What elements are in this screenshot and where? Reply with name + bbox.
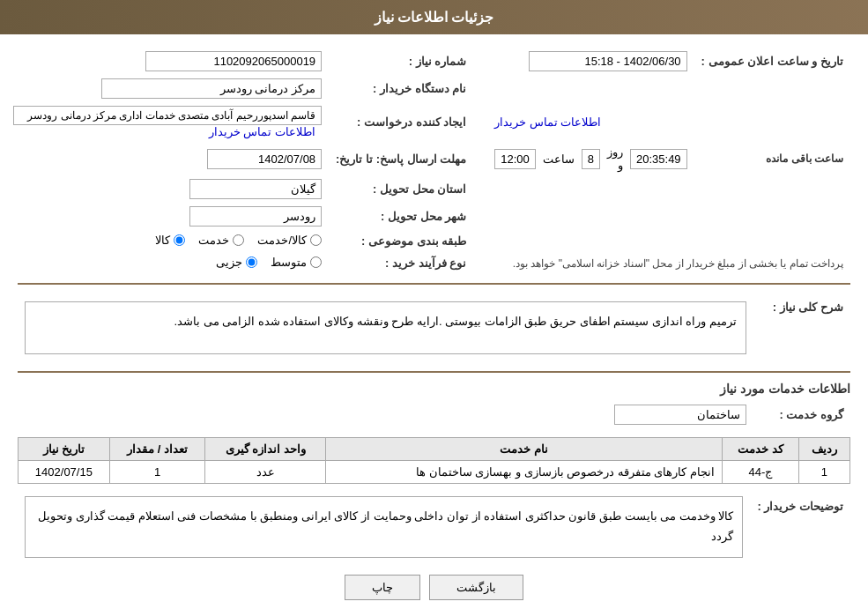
row-send-deadline: ساعت باقی مانده 20:35:49 روز و 8 ساعت 12… xyxy=(6,142,850,175)
service-group-table: گروه خدمت : ساختمان xyxy=(18,401,850,428)
days-label: روز و xyxy=(607,145,623,172)
announce-date-value: 1402/06/30 - 15:18 xyxy=(487,48,694,75)
send-deadline-label: مهلت ارسال پاسخ: تا تاریخ: xyxy=(329,142,473,175)
purchase-type-label: نوع فرآیند خرید : xyxy=(329,252,473,274)
page-title: جزئیات اطلاعات نیاز xyxy=(375,10,494,25)
category-value: کالا/خدمت خدمت کالا xyxy=(6,230,329,252)
purchase-type-value: متوسط جزیی xyxy=(6,252,329,274)
description-label: شرح کلی نیاز : xyxy=(753,293,850,362)
need-number-value: 1102092065000019 xyxy=(6,48,329,75)
category-option-3: کالا xyxy=(155,234,185,247)
send-date-value: 1402/07/08 xyxy=(6,142,329,175)
services-table: ردیف کد خدمت نام خدمت واحد اندازه گیری ت… xyxy=(18,437,850,484)
send-date-input: 1402/07/08 xyxy=(207,149,322,169)
col-name: نام خدمت xyxy=(326,438,723,461)
buyer-notes-value: کالا وخدمت می بایست طبق قانون حداکثری اس… xyxy=(18,493,750,561)
description-table: شرح کلی نیاز : ترمیم وراه اندازی سیستم ا… xyxy=(18,293,850,362)
city-input: رودسر xyxy=(189,206,322,227)
category-label: طبقه بندی موضوعی : xyxy=(329,230,473,252)
row-buyer-org: نام دستگاه خریدار : مرکز درمانی رودسر xyxy=(6,75,850,102)
announce-date-label: تاریخ و ساعت اعلان عمومی : xyxy=(694,48,850,75)
creator-label: ایجاد کننده درخواست : xyxy=(329,102,473,142)
back-button[interactable]: بازگشت xyxy=(429,575,523,600)
row-creator: اطلاعات تماس خریدار ایجاد کننده درخواست … xyxy=(6,102,850,142)
row-province: استان محل تحویل : گیلان xyxy=(6,175,850,203)
row-notes: توضیحات خریدار : کالا وخدمت می بایست طبق… xyxy=(18,493,850,561)
announce-date-input: 1402/06/30 - 15:18 xyxy=(529,51,687,71)
col-quantity: تعداد / مقدار xyxy=(109,438,205,461)
category-radio-kala-khedmat[interactable] xyxy=(174,234,185,246)
category-option-2: خدمت xyxy=(198,234,244,247)
row-category: طبقه بندی موضوعی : کالا/خدمت خدمت xyxy=(6,230,850,252)
purchase-type-note: پرداخت تمام یا بخشی از مبلغ خریدار از مح… xyxy=(487,252,850,274)
category-radio-kala[interactable] xyxy=(310,234,322,246)
cell-name: انجام کارهای متفرقه درخصوص بازسازی و بهس… xyxy=(326,461,723,484)
print-button[interactable]: چاپ xyxy=(345,575,420,600)
row-city: شهر محل تحویل : رودسر xyxy=(6,203,850,230)
cell-quantity: 1 xyxy=(109,461,205,484)
row-description: شرح کلی نیاز : ترمیم وراه اندازی سیستم ا… xyxy=(18,293,850,362)
purchase-type-radio-group: متوسط جزیی xyxy=(216,256,322,269)
purchase-type-radio-motavasset[interactable] xyxy=(310,256,322,268)
buyer-notes-label: توضیحات خریدار : xyxy=(750,493,850,561)
col-date: تاریخ نیاز xyxy=(19,438,110,461)
remaining-time-input: 20:35:49 xyxy=(630,149,687,169)
need-number-input: 1102092065000019 xyxy=(145,51,322,71)
divider-1 xyxy=(18,283,850,285)
content-area: تاریخ و ساعت اعلان عمومی : 1402/06/30 - … xyxy=(0,34,868,609)
services-header-row: ردیف کد خدمت نام خدمت واحد اندازه گیری ت… xyxy=(19,438,850,461)
category-radio-khedmat[interactable] xyxy=(233,234,244,246)
cell-code: ج-44 xyxy=(723,461,799,484)
divider-2 xyxy=(18,371,850,373)
remaining-value: 20:35:49 روز و 8 ساعت 12:00 xyxy=(487,142,694,175)
cell-row: 1 xyxy=(798,461,849,484)
col-code: کد خدمت xyxy=(723,438,799,461)
cell-date: 1402/07/15 xyxy=(19,461,110,484)
notes-box: کالا وخدمت می بایست طبق قانون حداکثری اس… xyxy=(25,496,743,558)
page-header: جزئیات اطلاعات نیاز xyxy=(0,0,868,34)
buyer-org-input: مرکز درمانی رودسر xyxy=(101,78,322,99)
category-option-1: کالا/خدمت xyxy=(257,234,322,247)
info-table: تاریخ و ساعت اعلان عمومی : 1402/06/30 - … xyxy=(6,48,850,274)
creator-input: قاسم اسدپوررحیم آبادی متصدی خدمات اداری … xyxy=(13,106,322,125)
province-input: گیلان xyxy=(189,179,322,199)
col-unit: واحد اندازه گیری xyxy=(205,438,326,461)
row-service-group: گروه خدمت : ساختمان xyxy=(18,401,850,428)
description-box: ترمیم وراه اندازی سیستم اطفای حریق طبق ا… xyxy=(25,301,746,354)
service-group-input: ساختمان xyxy=(614,405,746,425)
remaining-label: ساعت باقی مانده xyxy=(694,142,850,175)
col-row: ردیف xyxy=(798,438,849,461)
purchase-type-radio-jozyi[interactable] xyxy=(246,256,257,268)
description-value: ترمیم وراه اندازی سیستم اطفای حریق طبق ا… xyxy=(18,293,753,362)
services-table-body: 1 ج-44 انجام کارهای متفرقه درخصوص بازساز… xyxy=(19,461,850,484)
row-need-number: تاریخ و ساعت اعلان عمومی : 1402/06/30 - … xyxy=(6,48,850,75)
services-table-header: ردیف کد خدمت نام خدمت واحد اندازه گیری ت… xyxy=(19,438,850,461)
purchase-type-option-2: جزیی xyxy=(216,256,257,269)
province-value: گیلان xyxy=(6,175,329,203)
services-section-title: اطلاعات خدمات مورد نیاز xyxy=(18,382,850,396)
buyer-org-value: مرکز درمانی رودسر xyxy=(6,75,329,102)
city-value: رودسر xyxy=(6,203,329,230)
need-number-label: شماره نیاز : xyxy=(329,48,473,75)
creator-contact-link[interactable]: اطلاعات تماس خریدار xyxy=(209,125,315,138)
contact-link[interactable]: اطلاعات تماس خریدار xyxy=(494,115,601,129)
purchase-type-option-1: متوسط xyxy=(271,256,322,269)
table-row: 1 ج-44 انجام کارهای متفرقه درخصوص بازساز… xyxy=(19,461,850,484)
category-radio-group: کالا/خدمت خدمت کالا xyxy=(155,234,322,247)
buyer-org-label: نام دستگاه خریدار : xyxy=(329,75,473,102)
creator-value: قاسم اسدپوررحیم آبادی متصدی خدمات اداری … xyxy=(6,102,329,142)
province-label: استان محل تحویل : xyxy=(329,175,473,203)
city-label: شهر محل تحویل : xyxy=(329,203,473,230)
cell-unit: عدد xyxy=(205,461,326,484)
time-label: ساعت xyxy=(543,152,575,166)
page-container: جزئیات اطلاعات نیاز تاریخ و ساعت اعلان ع… xyxy=(0,0,868,609)
button-bar: بازگشت چاپ xyxy=(18,575,850,600)
service-group-value: ساختمان xyxy=(18,401,753,428)
row-purchase-type: پرداخت تمام یا بخشی از مبلغ خریدار از مح… xyxy=(6,252,850,274)
service-group-label: گروه خدمت : xyxy=(753,401,850,428)
days-input: 8 xyxy=(582,149,600,169)
time-input: 12:00 xyxy=(494,149,536,169)
notes-table: توضیحات خریدار : کالا وخدمت می بایست طبق… xyxy=(18,493,850,561)
